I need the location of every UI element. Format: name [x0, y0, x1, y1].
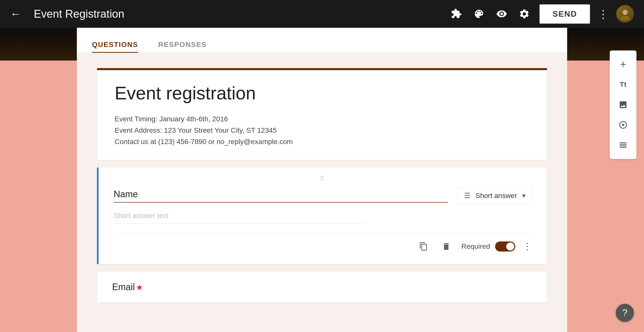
required-label: Required [461, 242, 490, 251]
add-video-tool[interactable] [614, 116, 632, 134]
email-label: Email [112, 282, 135, 292]
title-icon: Tt [620, 80, 626, 89]
page-title: Event Registration [34, 8, 441, 20]
add-section-tool[interactable] [614, 136, 632, 154]
svg-point-1 [621, 15, 630, 20]
top-bar: ← Event Registration SEND ⋮ [0, 0, 644, 28]
palette-icon[interactable] [471, 6, 487, 21]
form-area: Event registration Event Timing: January… [77, 53, 567, 332]
svg-point-0 [623, 10, 628, 15]
add-question-tool[interactable] [614, 56, 632, 73]
tab-responses[interactable]: RESPONSES [158, 41, 207, 53]
avatar[interactable] [616, 5, 634, 23]
short-answer-icon: ☰ [464, 191, 470, 200]
card-divider [114, 234, 532, 234]
form-description: Event Timing: January 4th-6th, 2016 Even… [115, 114, 529, 147]
question-actions: Required ⋮ [114, 239, 532, 254]
preview-icon[interactable] [494, 6, 509, 21]
toggle-knob [506, 242, 514, 251]
help-button[interactable]: ? [616, 304, 634, 322]
right-sidebar: Tt [610, 50, 636, 159]
extensions-icon[interactable] [449, 6, 464, 21]
question-more-icon[interactable]: ⋮ [523, 241, 532, 252]
tab-bar: QUESTIONS RESPONSES [77, 33, 567, 53]
question-top: ☰ Short answer ▾ [114, 187, 532, 204]
required-section: Required [461, 241, 515, 252]
form-title: Event registration [115, 83, 529, 103]
drag-handle[interactable]: ⠿ [114, 175, 532, 182]
answer-placeholder: Short answer text [114, 212, 365, 224]
form-header-card: Event registration Event Timing: January… [97, 68, 547, 160]
add-image-tool[interactable] [614, 96, 632, 114]
back-button[interactable]: ← [10, 8, 21, 20]
tab-questions[interactable]: QUESTIONS [92, 41, 138, 53]
required-star: ★ [136, 283, 143, 292]
bg-left-panel [0, 28, 77, 332]
send-button[interactable]: SEND [539, 4, 590, 24]
duplicate-icon[interactable] [416, 239, 431, 254]
chevron-down-icon: ▾ [522, 191, 526, 200]
settings-icon[interactable] [517, 6, 532, 21]
delete-icon[interactable] [439, 239, 454, 254]
more-options-icon[interactable]: ⋮ [598, 8, 609, 20]
center-panel: QUESTIONS RESPONSES Event registration E… [77, 0, 567, 332]
question-card-name: ⠿ ☰ Short answer ▾ Short answer text [97, 168, 547, 264]
question-type-selector[interactable]: ☰ Short answer ▾ [458, 187, 532, 204]
question-name-input[interactable] [114, 189, 448, 203]
question-card-email: Email ★ [97, 272, 547, 302]
add-title-tool[interactable]: Tt [614, 76, 632, 93]
question-type-label: Short answer [475, 192, 517, 200]
required-toggle[interactable] [495, 241, 515, 252]
